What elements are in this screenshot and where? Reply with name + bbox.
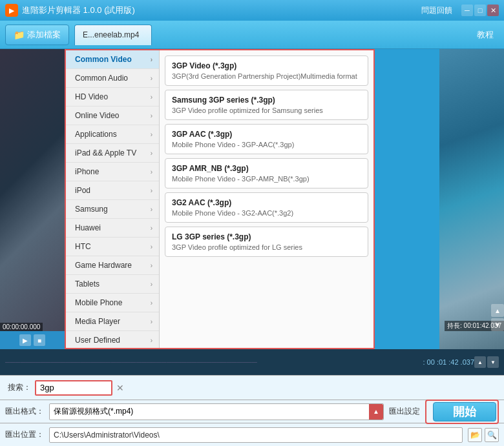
file-tab[interactable]: E...eneelab.mp4 (74, 25, 152, 45)
format-name: 3G2 AAC (*.3gp) (172, 198, 361, 207)
category-label: iPhone (75, 167, 99, 176)
category-label: Common Video (75, 55, 132, 64)
format-name: 3GP Video (*.3gp) (172, 61, 361, 70)
minimize-button[interactable]: ─ (461, 5, 473, 16)
category-item-user-defined[interactable]: User Defined› (66, 331, 159, 348)
category-label: Common Audio (75, 74, 128, 83)
category-arrow-icon: › (151, 337, 152, 344)
scroll-down-button[interactable]: ▼ (491, 318, 504, 331)
format-name: 3GP AAC (*.3gp) (172, 130, 361, 139)
category-label: Media Player (75, 317, 120, 326)
browse-folder-button[interactable]: 📂 (468, 428, 482, 442)
category-item-common-video[interactable]: Common Video› (66, 50, 159, 69)
add-file-button[interactable]: 📁 添加檔案 (5, 25, 69, 45)
timeline: ────────────────────────────────────────… (0, 349, 504, 375)
category-arrow-icon: › (151, 281, 152, 288)
format-dropdown-arrow[interactable]: ▲ (369, 404, 383, 420)
search-location-button[interactable]: 🔍 (485, 428, 499, 442)
format-item-2[interactable]: 3GP AAC (*.3gp)Mobile Phone Video - 3GP-… (165, 124, 368, 154)
preview-right: 持長: 00:01:42.037 ▲ ▼ (439, 49, 504, 349)
category-item-applications[interactable]: Applications› (66, 125, 159, 144)
maximize-button[interactable]: □ (474, 5, 486, 16)
export-settings-button[interactable]: 匯出設定 (389, 406, 420, 417)
scroll-up-button[interactable]: ▲ (491, 304, 504, 317)
search-clear-button[interactable]: ✕ (116, 383, 124, 393)
search-input[interactable] (35, 380, 112, 396)
location-path: C:\Users\Administrator\Videos\ (49, 427, 463, 443)
category-arrow-icon: › (151, 56, 152, 63)
category-label: Applications (75, 130, 117, 139)
category-item-mobile-phone[interactable]: Mobile Phone› (66, 294, 159, 312)
category-item-ipod[interactable]: iPod› (66, 181, 159, 200)
format-desc: 3GP(3rd Generation Partnership Project)M… (172, 72, 361, 80)
timeline-controls: ▲ ▼ (474, 356, 499, 368)
category-label: iPad && Apple TV (75, 148, 136, 157)
category-arrow-icon: › (151, 318, 152, 325)
category-item-ipad-apple-tv[interactable]: iPad && Apple TV› (66, 144, 159, 163)
category-label: HD Video (75, 92, 108, 101)
category-item-hd-video[interactable]: HD Video› (66, 88, 159, 106)
format-desc: 3GP Video profile optimized for LG serie… (172, 243, 361, 251)
close-button[interactable]: ✕ (487, 5, 499, 16)
timeline-up-button[interactable]: ▲ (474, 356, 486, 368)
format-item-1[interactable]: Samsung 3GP series (*.3gp)3GP Video prof… (165, 90, 368, 120)
location-icons: 📂 🔍 (468, 428, 499, 442)
main-area: 00:00:00.000 Common Video›Common Audio›H… (0, 49, 504, 349)
category-arrow-icon: › (151, 131, 152, 138)
category-label: Samsung (75, 205, 108, 214)
category-label: Mobile Phone (75, 298, 122, 307)
category-label: HTC (75, 242, 91, 251)
category-arrow-icon: › (151, 75, 152, 82)
category-label: Tablets (75, 279, 100, 289)
category-arrow-icon: › (151, 225, 152, 232)
timeline-down-button[interactable]: ▼ (487, 356, 499, 368)
format-item-0[interactable]: 3GP Video (*.3gp)3GP(3rd Generation Part… (165, 56, 368, 86)
category-item-htc[interactable]: HTC› (66, 238, 159, 256)
preview-left: 00:00:00.000 (0, 49, 65, 349)
category-item-online-video[interactable]: Online Video› (66, 106, 159, 125)
format-item-4[interactable]: 3G2 AAC (*.3gp)Mobile Phone Video - 3G2-… (165, 192, 368, 223)
category-arrow-icon: › (151, 187, 152, 194)
stop-button[interactable]: ■ (34, 334, 45, 346)
category-arrow-icon: › (151, 168, 152, 176)
feedback-button[interactable]: 問題回饋 (421, 5, 452, 16)
format-desc: 3GP Video profile optimized for Samsung … (172, 106, 361, 114)
category-item-media-player[interactable]: Media Player› (66, 312, 159, 331)
category-list: Common Video›Common Audio›HD Video›Onlin… (66, 50, 160, 348)
category-item-huawei[interactable]: Huawei› (66, 219, 159, 238)
category-label: Game Hardware (75, 261, 132, 270)
category-arrow-icon: › (151, 150, 152, 157)
category-item-game-hardware[interactable]: Game Hardware› (66, 256, 159, 275)
start-button[interactable]: 開始 (433, 402, 496, 421)
category-item-common-audio[interactable]: Common Audio› (66, 69, 159, 88)
bottom-bar: 匯出格式： 保留源視頻格式(*.mp4) ▲ 匯出設定 開始 (0, 400, 504, 423)
category-item-iphone[interactable]: iPhone› (66, 163, 159, 181)
category-item-samsung[interactable]: Samsung› (66, 200, 159, 219)
start-button-wrapper: 開始 (425, 400, 499, 424)
format-desc: Mobile Phone Video - 3GP-AAC(*.3gp) (172, 141, 361, 148)
export-format-label: 匯出格式： (5, 406, 44, 417)
category-label: iPod (75, 186, 90, 195)
searchbar: 搜索： ✕ (0, 375, 504, 400)
category-label: User Defined (75, 336, 120, 345)
category-item-tablets[interactable]: Tablets› (66, 275, 159, 294)
format-desc: Mobile Phone Video - 3G2-AAC(*.3g2) (172, 209, 361, 217)
category-arrow-icon: › (151, 112, 152, 119)
timeline-track: ────────────────────────────────────────… (5, 358, 417, 366)
category-arrow-icon: › (151, 94, 152, 101)
format-desc: Mobile Phone Video - 3GP-AMR_NB(*.3gp) (172, 175, 361, 183)
add-file-label: 添加檔案 (27, 29, 61, 41)
timeline-duration: : 00 :01 :42 .037 (423, 358, 474, 366)
format-name: LG 3GP series (*.3gp) (172, 232, 361, 241)
format-item-3[interactable]: 3GP AMR_NB (*.3gp)Mobile Phone Video - 3… (165, 158, 368, 188)
format-name: Samsung 3GP series (*.3gp) (172, 96, 361, 105)
play-button[interactable]: ▶ (19, 334, 31, 346)
location-bar: 匯出位置： C:\Users\Administrator\Videos\ 📂 🔍 (0, 423, 504, 446)
tutorial-button[interactable]: 教程 (472, 26, 499, 43)
titlebar: ▶ 進階影片剪輯器 1.0.0 (試用版) 問題回饋 ─ □ ✕ (0, 0, 504, 21)
category-arrow-icon: › (151, 243, 152, 250)
app-title: 進階影片剪輯器 1.0.0 (試用版) (22, 5, 421, 16)
category-label: Huawei (75, 223, 101, 232)
format-item-5[interactable]: LG 3GP series (*.3gp)3GP Video profile o… (165, 227, 368, 257)
category-label: Online Video (75, 111, 120, 120)
